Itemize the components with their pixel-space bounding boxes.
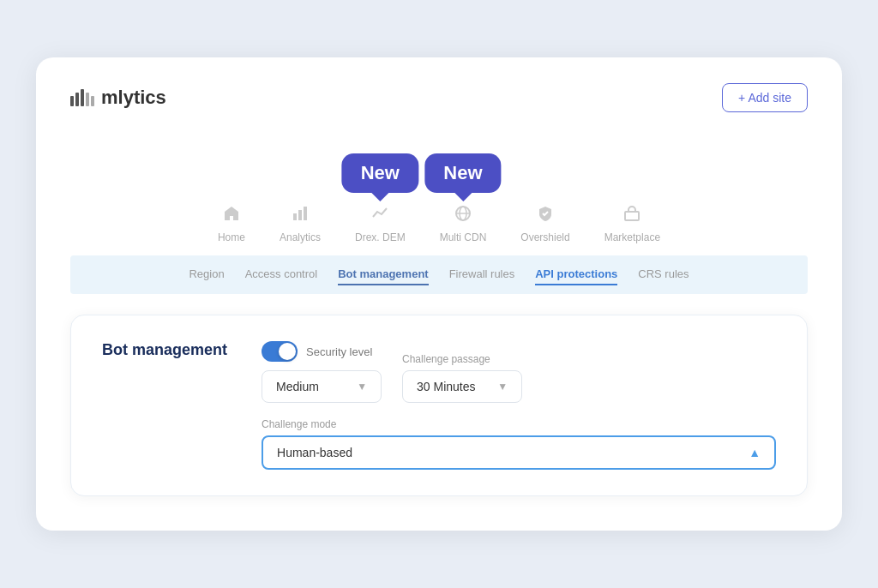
svg-rect-3 (86, 93, 89, 106)
svg-rect-4 (91, 96, 94, 106)
bot-management-title: Bot management (102, 341, 227, 359)
sub-nav: Region Access control Bot management Fir… (70, 255, 808, 294)
settings-area: Security level Medium ▼ Challenge passag… (262, 341, 776, 470)
nav-label-overshield: Overshield (520, 231, 569, 243)
security-toggle[interactable] (262, 341, 298, 362)
sub-nav-api-protections[interactable]: API protections (535, 264, 617, 285)
challenge-mode-chevron: ▲ (749, 446, 761, 459)
challenge-passage-label: Challenge passage (402, 353, 522, 365)
sub-nav-bot-management[interactable]: Bot management (338, 264, 428, 285)
svg-rect-6 (298, 210, 302, 220)
nav-item-drex-dem[interactable]: New Drex. DEM (355, 205, 406, 243)
logo-text: mlytics (101, 87, 166, 109)
sub-nav-access-control[interactable]: Access control (245, 264, 318, 285)
svg-rect-5 (293, 213, 297, 220)
logo-icon (70, 89, 94, 106)
svg-rect-7 (304, 207, 307, 220)
toggle-row: Security level (262, 341, 382, 362)
challenge-passage-select[interactable]: 30 Minutes ▼ (402, 370, 522, 403)
svg-rect-0 (70, 96, 74, 106)
sub-nav-firewall-rules[interactable]: Firewall rules (449, 264, 515, 285)
tooltip-new-drex: New (342, 153, 418, 193)
nav-item-multi-cdn[interactable]: New Multi CDN (440, 205, 487, 243)
marketplace-icon (623, 205, 640, 226)
nav-label-analytics: Analytics (280, 231, 321, 243)
nav-item-home[interactable]: Home (218, 205, 245, 243)
nav-label-multi-cdn: Multi CDN (440, 231, 487, 243)
challenge-mode-select[interactable]: Human-based ▲ (262, 435, 776, 470)
add-site-button[interactable]: + Add site (722, 83, 808, 112)
sub-nav-crs-rules[interactable]: CRS rules (638, 264, 689, 285)
svg-rect-11 (625, 212, 639, 220)
drex-dem-icon (371, 205, 388, 226)
logo: mlytics (70, 87, 166, 109)
main-card: mlytics + Add site Home (36, 57, 842, 531)
security-level-value: Medium (276, 380, 319, 393)
challenge-passage-group: Challenge passage 30 Minutes ▼ (402, 353, 522, 403)
nav-label-marketplace: Marketplace (604, 231, 660, 243)
svg-rect-1 (75, 93, 79, 106)
challenge-mode-group: Challenge mode Human-based ▲ (262, 418, 776, 470)
tooltip-new-multi-cdn: New (424, 153, 501, 193)
security-level-row: Security level Medium ▼ Challenge passag… (262, 341, 776, 403)
security-level-select[interactable]: Medium ▼ (262, 370, 382, 403)
nav-item-overshield[interactable]: Overshield (520, 205, 569, 243)
challenge-mode-value: Human-based (277, 446, 352, 459)
multi-cdn-icon (454, 205, 472, 226)
overshield-icon (537, 205, 554, 226)
sub-nav-region[interactable]: Region (189, 264, 224, 285)
nav-label-drex-dem: Drex. DEM (355, 231, 406, 243)
challenge-passage-value: 30 Minutes (417, 380, 475, 393)
security-level-chevron: ▼ (357, 381, 367, 393)
svg-rect-2 (81, 89, 84, 106)
nav-icons-wrapper: Home Analytics New (70, 136, 808, 255)
home-icon (223, 205, 240, 226)
nav-label-home: Home (218, 231, 245, 243)
inner-card: Bot management Security level Medium ▼ (70, 315, 808, 496)
toggle-label: Security level (306, 345, 372, 358)
challenge-mode-label: Challenge mode (262, 418, 776, 430)
nav-item-analytics[interactable]: Analytics (280, 205, 321, 243)
challenge-passage-chevron: ▼ (497, 381, 508, 393)
toggle-knob (279, 343, 296, 360)
nav-item-marketplace[interactable]: Marketplace (604, 205, 660, 243)
nav-icons: Home Analytics New (70, 196, 808, 255)
analytics-icon (292, 205, 309, 226)
header: mlytics + Add site (70, 83, 808, 112)
